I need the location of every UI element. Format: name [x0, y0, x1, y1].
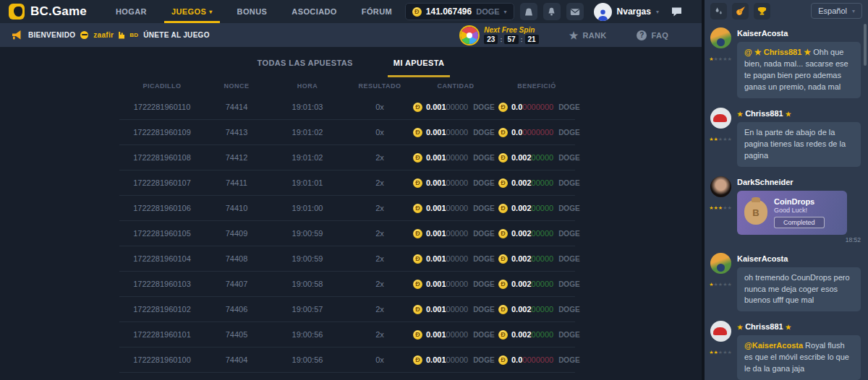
nav-item-0[interactable]: HOGAR	[116, 0, 147, 23]
chat-toggle-button[interactable]	[671, 7, 683, 17]
cell-result: 2x	[346, 178, 413, 187]
bc-game-logo[interactable]: BC.Game	[9, 4, 87, 20]
chat-message: ★★★★★★ Chriss881 ★En la parte de abajo d…	[710, 108, 861, 167]
bets-table: PICADILLONONCEHORARESULTADOCANTIDADBENEF…	[119, 77, 575, 373]
completed-button[interactable]: Completed	[774, 217, 825, 228]
cell-amount: Ð0.00100000DOGE	[413, 178, 498, 188]
table-row[interactable]: 17222819601057440919:00:592xÐ0.00100000D…	[119, 221, 575, 246]
rank-label: RANK	[583, 31, 607, 40]
card-title: CoinDrops	[774, 197, 825, 206]
language-label: Español	[818, 7, 847, 15]
table-row[interactable]: 17222819601067441019:01:002xÐ0.00100000D…	[119, 196, 575, 221]
table-row[interactable]: 17222819601087441219:01:022xÐ0.00100000D…	[119, 145, 575, 170]
doge-coin-icon: Ð	[498, 254, 508, 264]
mention[interactable]: @KaiserAcosta	[744, 341, 803, 350]
table-row[interactable]: 17222819601017440519:00:562xÐ0.00100000D…	[119, 322, 575, 347]
doge-coin-icon: Ð	[498, 128, 508, 137]
doge-coin-icon: Ð	[498, 103, 508, 112]
rank-link[interactable]: ★ RANK	[569, 30, 607, 41]
cell-hash: 1722281960101	[119, 330, 205, 339]
tab-1[interactable]: MI APUESTA	[392, 56, 446, 77]
cell-nonce: 74404	[205, 355, 268, 364]
bc-game-logo-icon	[9, 4, 25, 20]
table-row[interactable]: 17222819601007440419:00:560xÐ0.00100000D…	[119, 347, 575, 373]
chat-username[interactable]: DarkSchneider	[737, 178, 861, 186]
star-icon: ★	[737, 324, 743, 331]
free-spin-label: Next Free Spin	[484, 26, 538, 34]
wallet-button[interactable]	[520, 3, 537, 20]
table-row[interactable]: 17222819601077441119:01:012xÐ0.00100000D…	[119, 170, 575, 196]
user-menu[interactable]: Nvargas ▾	[594, 3, 659, 21]
nav-item-2[interactable]: BONUS	[237, 0, 268, 23]
cell-result: 2x	[346, 229, 413, 238]
cell-amount: Ð0.00100000DOGE	[413, 330, 498, 340]
messages-button[interactable]	[566, 3, 584, 20]
column-header: CANTIDAD	[413, 82, 498, 90]
avatar[interactable]	[710, 108, 731, 129]
chat-username[interactable]: ★ Chriss881 ★	[737, 322, 861, 331]
user-rating-stars: ★★★★★	[709, 276, 731, 289]
nav-item-4[interactable]: FÓRUM	[362, 0, 392, 23]
cell-hash: 1722281960108	[119, 153, 205, 162]
avatar[interactable]	[710, 176, 731, 197]
table-row[interactable]: 17222819601047440819:00:592xÐ0.00100000D…	[119, 246, 575, 272]
nav-item-1[interactable]: JUEGOS▾	[171, 0, 213, 23]
leaderboard-button[interactable]	[754, 3, 770, 20]
chat-message: ★★★★★DarkSchneiderBCoinDropsGood Luck!Co…	[710, 176, 861, 243]
chat-username[interactable]: ★ Chriss881 ★	[737, 109, 861, 118]
table-row[interactable]: 17222819601097441319:01:020xÐ0.00100000D…	[119, 120, 575, 145]
rating-star-icon: ★	[727, 282, 731, 287]
cell-profit: Ð0.00200000DOGE	[498, 254, 575, 264]
cell-amount: Ð0.00100000DOGE	[413, 355, 498, 365]
chat-message-bubble: @ ★ Chriss881 ★ Ohh que bien, nada mal..…	[737, 42, 861, 98]
logo-text: BC.Game	[30, 4, 87, 19]
welcome-username[interactable]: zaafir	[93, 31, 114, 39]
crash-button[interactable]: B	[732, 3, 749, 20]
mention[interactable]: @ ★ Chriss881 ★	[744, 48, 811, 56]
nav-item-label: ASOCIADO	[292, 7, 336, 16]
username: Nvargas	[617, 7, 651, 17]
welcome-banner: BIENVENIDO zaafir BD ÚNETE AL JUEGO Next…	[0, 23, 702, 47]
avatar[interactable]	[710, 27, 731, 48]
column-header: BENEFICIÓ	[498, 82, 575, 90]
nav-item-label: JUEGOS	[171, 7, 206, 16]
table-row[interactable]: 17222819601107441419:01:030xÐ0.00100000D…	[119, 95, 575, 120]
nav-item-3[interactable]: ASOCIADO	[292, 0, 336, 23]
chat-username[interactable]: KaiserAcosta	[737, 29, 861, 38]
avatar[interactable]	[710, 321, 731, 342]
cell-result: 2x	[346, 204, 413, 212]
cell-hash: 1722281960104	[119, 254, 205, 263]
chat-message-bubble: En la parte de abajo de la pagina tienes…	[737, 122, 861, 167]
nav-item-label: BONUS	[237, 7, 268, 16]
balance-selector[interactable]: Ð 141.067496 DOGE ▾	[405, 3, 514, 20]
avatar[interactable]	[710, 253, 731, 274]
faq-link[interactable]: ? FAQ	[637, 30, 668, 40]
table-row[interactable]: 17222819601037440719:00:582xÐ0.00100000D…	[119, 272, 575, 297]
doge-coin-icon: Ð	[413, 153, 422, 163]
notifications-button[interactable]	[543, 3, 561, 20]
timer-hours: 23	[484, 35, 498, 44]
table-row[interactable]: 17222819601027440619:00:572xÐ0.00100000D…	[119, 297, 575, 322]
coindrops-card[interactable]: BCoinDropsGood Luck!Completed	[737, 191, 847, 235]
doge-coin-icon: Ð	[498, 280, 508, 289]
nav-right: Ð 141.067496 DOGE ▾	[405, 3, 683, 21]
chat-username[interactable]: KaiserAcosta	[737, 254, 861, 263]
person-icon	[596, 7, 610, 21]
cell-profit: Ð0.00200000DOGE	[498, 204, 575, 213]
doge-coin-icon: Ð	[498, 305, 508, 314]
chat-user-meta: ★★★★★	[710, 27, 731, 98]
cell-time: 19:01:03	[268, 103, 346, 111]
message-timestamp: 18:52	[737, 236, 861, 243]
free-spin-widget[interactable]: Next Free Spin 23:57:21	[461, 26, 538, 44]
language-selector[interactable]: Español ▾	[811, 3, 862, 19]
doge-coin-icon: Ð	[498, 204, 508, 213]
chat-scrollbar[interactable]	[864, 24, 867, 66]
doge-coin-icon: Ð	[412, 7, 422, 17]
tab-0[interactable]: TODAS LAS APUESTAS	[256, 56, 354, 77]
doge-coin-icon: Ð	[413, 305, 422, 314]
cell-result: 2x	[346, 280, 413, 288]
table-body: 17222819601107441419:01:030xÐ0.00100000D…	[119, 95, 575, 373]
coin-drops-button[interactable]	[710, 3, 727, 20]
cell-result: 2x	[346, 305, 413, 314]
fireball-icon: B	[736, 6, 746, 16]
